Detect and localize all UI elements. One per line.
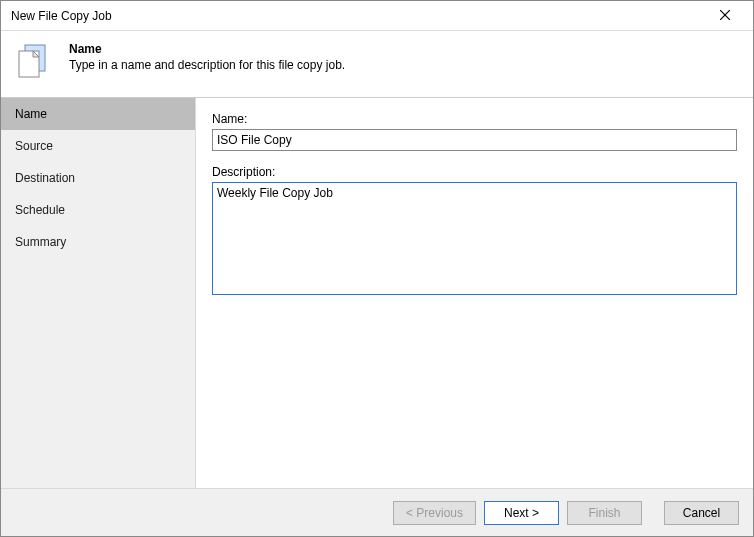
titlebar: New File Copy Job	[1, 1, 753, 31]
window-title: New File Copy Job	[11, 9, 705, 23]
next-button[interactable]: Next >	[484, 501, 559, 525]
step-source[interactable]: Source	[1, 130, 195, 162]
close-button[interactable]	[705, 2, 745, 30]
name-input[interactable]	[212, 129, 737, 151]
finish-button[interactable]: Finish	[567, 501, 642, 525]
cancel-button[interactable]: Cancel	[664, 501, 739, 525]
header-subtext: Type in a name and description for this …	[69, 58, 345, 72]
step-schedule[interactable]: Schedule	[1, 194, 195, 226]
wizard-steps: Name Source Destination Schedule Summary	[1, 98, 196, 488]
step-name[interactable]: Name	[1, 98, 195, 130]
step-summary[interactable]: Summary	[1, 226, 195, 258]
header-heading: Name	[69, 42, 345, 56]
files-icon	[15, 41, 55, 81]
previous-button[interactable]: < Previous	[393, 501, 476, 525]
description-label: Description:	[212, 165, 737, 179]
wizard-header: Name Type in a name and description for …	[1, 31, 753, 97]
wizard-body: Name Source Destination Schedule Summary…	[1, 97, 753, 488]
close-icon	[720, 9, 730, 23]
wizard-window: New File Copy Job Name Type in a name an…	[0, 0, 754, 537]
description-input[interactable]	[212, 182, 737, 295]
wizard-main: Name: Description:	[196, 98, 753, 488]
wizard-footer: < Previous Next > Finish Cancel	[1, 488, 753, 536]
step-destination[interactable]: Destination	[1, 162, 195, 194]
name-label: Name:	[212, 112, 737, 126]
